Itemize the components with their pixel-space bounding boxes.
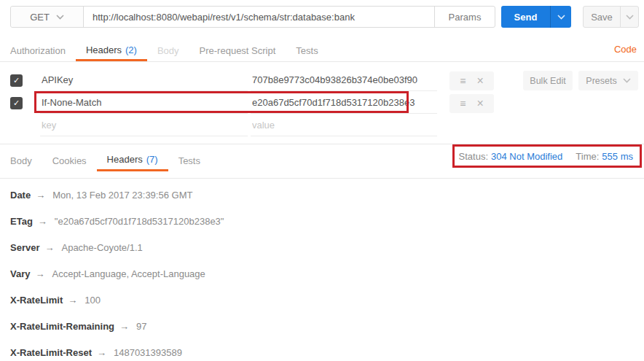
tab-label: Cookies — [52, 155, 87, 166]
response-header-key: X-RateLimit — [10, 295, 63, 306]
tab-pre-request-script[interactable]: Pre-request Script — [189, 40, 286, 61]
response-header-row: ETag → "e20a67d5cf70d1f718d5317120b238e3… — [10, 208, 224, 234]
tab-label: Authorization — [10, 45, 66, 56]
tab-body[interactable]: Body — [147, 40, 189, 61]
chevron-down-icon — [623, 78, 631, 83]
arrow-right-icon: → — [35, 268, 44, 279]
url-input[interactable] — [84, 7, 434, 27]
save-button[interactable]: Save — [583, 6, 639, 28]
divider — [0, 61, 644, 62]
header-value-input[interactable] — [251, 92, 437, 114]
arrow-right-icon: → — [119, 321, 129, 332]
response-header-key: X-RateLimit-Reset — [10, 347, 92, 358]
send-dropdown-button[interactable] — [550, 6, 571, 28]
arrow-right-icon: → — [44, 242, 54, 253]
response-header-value: 1487031393589 — [114, 347, 182, 358]
presets-button[interactable]: Presets — [578, 71, 638, 90]
arrow-right-icon: → — [36, 190, 45, 201]
bulk-edit-button[interactable]: Bulk Edit — [523, 71, 573, 90]
method-select[interactable]: GET — [11, 7, 84, 27]
response-header-key: Server — [10, 242, 39, 253]
response-header-row: X-RateLimit-Reset → 1487031393589 — [10, 339, 182, 361]
header-value-input[interactable] — [251, 69, 437, 91]
drag-handle-icon[interactable]: ≡ — [460, 76, 466, 86]
check-icon: ✓ — [13, 76, 20, 85]
row-actions: ≡ × — [449, 94, 494, 113]
tab-headers[interactable]: Headers (2) — [76, 40, 147, 61]
presets-button-label: Presets — [586, 76, 616, 86]
code-link[interactable]: Code — [614, 44, 637, 55]
tab-count-badge: (2) — [125, 44, 137, 55]
response-status-area: Status: 304 Not Modified Time: 555 ms — [452, 144, 642, 168]
response-header-row: X-RateLimit-Remaining → 97 — [10, 313, 146, 339]
response-header-value: 97 — [136, 321, 146, 332]
response-header-key: X-RateLimit-Remaining — [10, 321, 114, 332]
chevron-down-icon — [56, 15, 64, 20]
time-label: Time: — [576, 151, 599, 162]
divider — [0, 178, 644, 179]
header-row-new — [0, 114, 644, 137]
response-header-key: Date — [10, 190, 31, 201]
send-button-label: Send — [501, 6, 550, 28]
save-dropdown-button[interactable] — [620, 7, 638, 27]
response-header-key: Vary — [10, 268, 30, 279]
tab-authorization[interactable]: Authorization — [0, 40, 76, 61]
tab-response-cookies[interactable]: Cookies — [42, 150, 97, 171]
postman-app: GET Params Send Save Authorization Heade… — [0, 0, 644, 361]
response-header-value: Apache-Coyote/1.1 — [61, 242, 142, 253]
arrow-right-icon: → — [97, 347, 106, 358]
response-header-row: Date → Mon, 13 Feb 2017 23:39:56 GMT — [10, 182, 192, 208]
save-button-label: Save — [584, 7, 620, 27]
response-header-value: Mon, 13 Feb 2017 23:39:56 GMT — [52, 190, 192, 201]
tab-count-badge: (7) — [146, 154, 158, 165]
tab-label: Body — [157, 45, 179, 56]
params-button[interactable]: Params — [434, 7, 495, 27]
status-label: Status: — [459, 151, 488, 162]
row-actions: ≡ × — [449, 71, 494, 90]
response-tabs: Body Cookies Headers (7) Tests — [0, 150, 211, 171]
new-header-key-input[interactable] — [40, 114, 248, 136]
arrow-right-icon: → — [38, 216, 47, 227]
tab-label: Body — [10, 155, 32, 166]
tab-response-body[interactable]: Body — [0, 150, 42, 171]
response-header-row: Vary → Accept-Language, Accept-Language — [10, 260, 205, 287]
arrow-right-icon: → — [68, 295, 77, 306]
delete-row-icon[interactable]: × — [476, 98, 483, 109]
tab-label: Tests — [296, 45, 318, 56]
tab-label: Headers — [107, 154, 143, 165]
header-checkbox[interactable]: ✓ — [10, 74, 23, 87]
request-url-bar: GET Params — [10, 6, 495, 28]
response-header-value: 100 — [85, 295, 101, 306]
tab-response-headers[interactable]: Headers (7) — [97, 150, 168, 171]
tab-label: Headers — [86, 44, 122, 55]
header-key-input[interactable] — [40, 69, 248, 91]
response-header-row: X-RateLimit → 100 — [10, 287, 101, 313]
send-button[interactable]: Send — [501, 6, 571, 28]
header-row-if-none-match: ✓ ≡ × — [0, 92, 644, 114]
response-header-row: Server → Apache-Coyote/1.1 — [10, 234, 143, 260]
tab-label: Tests — [178, 155, 200, 166]
drag-handle-icon[interactable]: ≡ — [460, 98, 466, 109]
request-tabs: Authorization Headers (2) Body Pre-reque… — [0, 40, 329, 61]
response-header-key: ETag — [10, 216, 33, 227]
tab-label: Pre-request Script — [200, 45, 276, 56]
time-value: 555 ms — [602, 151, 633, 162]
check-icon: ✓ — [13, 98, 20, 108]
method-label: GET — [30, 12, 50, 23]
header-key-input[interactable] — [40, 92, 248, 114]
delete-row-icon[interactable]: × — [476, 75, 483, 87]
status-value: 304 Not Modified — [491, 151, 562, 162]
tab-tests[interactable]: Tests — [286, 40, 328, 61]
new-header-value-input[interactable] — [251, 114, 437, 136]
tab-response-tests[interactable]: Tests — [168, 150, 211, 171]
header-checkbox[interactable]: ✓ — [10, 97, 23, 109]
response-header-value: "e20a67d5cf70d1f718d5317120b238e3" — [55, 216, 224, 227]
response-header-value: Accept-Language, Accept-Language — [52, 268, 205, 279]
